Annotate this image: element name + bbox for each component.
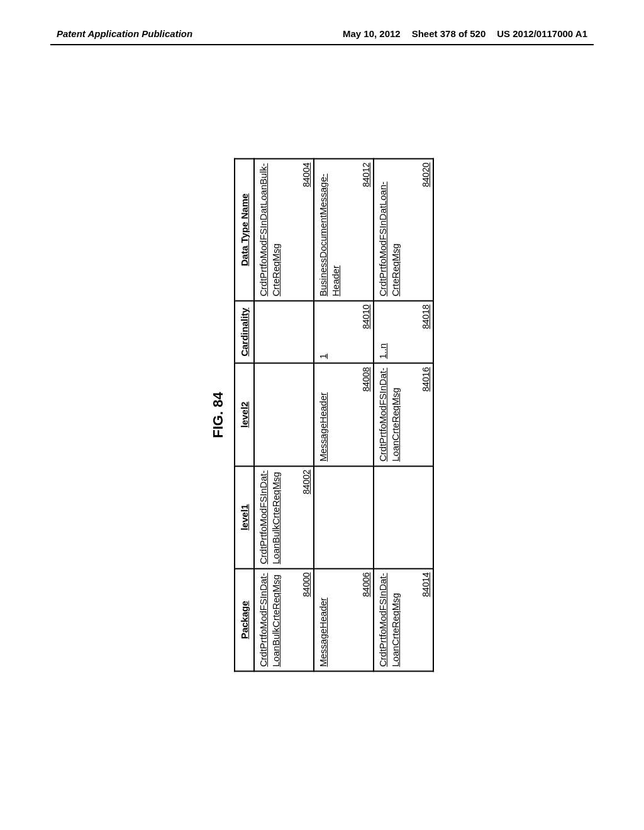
data-table: Package level1 level2 Cardinality Data T… [234, 158, 434, 672]
cell-level1 [374, 466, 433, 568]
col-header-cardinality: Cardinality [235, 301, 254, 363]
cell-package: MessageHeader 84006 [314, 568, 374, 671]
cell-level2: CrdtPrtfoModFSInDat-LoanCrteReqMsg 84016 [374, 363, 433, 466]
header-pubno: US 2012/0117000 A1 [497, 28, 587, 39]
cell-text: CrdtPrtfoModFSInDatLoanBulk-CrteReqMsg [257, 163, 283, 297]
cell-ref: 84016 [421, 367, 431, 392]
cell-text: MessageHeader [317, 573, 330, 667]
header-publication: Patent Application Publication [57, 28, 192, 39]
col-header-datatype: Data Type Name [235, 159, 254, 301]
cell-cardinality [254, 301, 314, 363]
cell-package: CrdtPrtfoModFSInDat-LoanBulkCrteReqMsg 8… [254, 568, 314, 671]
cell-text: 1 [317, 305, 330, 359]
col-header-level2: level2 [235, 363, 254, 466]
cell-level2: MessageHeader 84008 [314, 363, 374, 466]
cell-ref: 84014 [421, 572, 431, 597]
cell-ref: 84000 [301, 572, 311, 597]
cell-cardinality: 1 84010 [314, 301, 374, 363]
cell-datatype: BusinessDocumentMessage-Header 84012 [314, 159, 374, 301]
cell-ref: 84006 [361, 572, 371, 597]
cell-text: BusinessDocumentMessage-Header [317, 163, 343, 297]
table-row: CrdtPrtfoModFSInDat-LoanBulkCrteReqMsg 8… [254, 159, 314, 672]
page-header: Patent Application Publication May 10, 2… [0, 0, 644, 44]
cell-ref: 84020 [421, 163, 431, 187]
cell-text: CrdtPrtfoModFSInDatLoan-CrteReqMsg [377, 163, 402, 297]
cell-level2 [254, 363, 314, 466]
cell-datatype: CrdtPrtfoModFSInDatLoan-CrteReqMsg 84020 [374, 159, 433, 301]
header-date: May 10, 2012 [343, 28, 401, 39]
table-header-row: Package level1 level2 Cardinality Data T… [235, 159, 254, 672]
figure-title: FIG. 84 [210, 158, 226, 672]
cell-ref: 84004 [301, 163, 311, 187]
cell-text: CrdtPrtfoModFSInDat-LoanCrteReqMsg [377, 368, 402, 462]
cell-text: MessageHeader [317, 368, 330, 462]
cell-text: 1..n [377, 305, 389, 359]
cell-ref: 84002 [301, 470, 311, 494]
col-header-package: Package [235, 568, 254, 671]
cell-ref: 84018 [421, 304, 431, 329]
cell-ref: 84010 [361, 304, 371, 329]
cell-datatype: CrdtPrtfoModFSInDatLoanBulk-CrteReqMsg 8… [254, 159, 314, 301]
table-row: MessageHeader 84006 MessageHeader 84008 … [314, 159, 374, 672]
cell-text: CrdtPrtfoModFSInDat-LoanBulkCrteReqMsg [257, 573, 283, 667]
cell-ref: 84008 [361, 367, 371, 392]
cell-ref: 84012 [361, 163, 371, 187]
col-header-level1: level1 [235, 466, 254, 568]
cell-text: CrdtPrtfoModFSInDat-LoanCrteReqMsg [377, 573, 402, 667]
cell-text: CrdtPrtfoModFSInDat-LoanBulkCrteReqMsg [257, 470, 283, 564]
cell-cardinality: 1..n 84018 [374, 301, 433, 363]
header-divider [50, 44, 594, 45]
table-row: CrdtPrtfoModFSInDat-LoanCrteReqMsg 84014… [374, 159, 433, 672]
header-right: May 10, 2012 Sheet 378 of 520 US 2012/01… [343, 28, 587, 39]
cell-level1: CrdtPrtfoModFSInDat-LoanBulkCrteReqMsg 8… [254, 466, 314, 568]
cell-level1 [314, 466, 374, 568]
figure-container: FIG. 84 Package level1 level2 Cardinalit… [210, 158, 434, 672]
cell-package: CrdtPrtfoModFSInDat-LoanCrteReqMsg 84014 [374, 568, 433, 671]
header-sheet: Sheet 378 of 520 [412, 28, 486, 39]
